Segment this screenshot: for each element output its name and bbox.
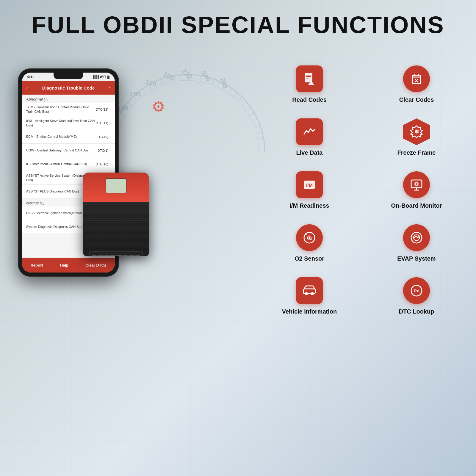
status-time: 9:41 bbox=[27, 75, 34, 79]
svg-rect-50 bbox=[412, 75, 421, 84]
function-item-on-board-monitor[interactable]: On-Board Monitor bbox=[375, 171, 458, 209]
clear-codes-icon bbox=[403, 65, 430, 92]
function-item-live-data[interactable]: Live Data bbox=[268, 118, 351, 156]
dtc-row[interactable]: ECM - Engine Control Module(ME) DTC(9) › bbox=[22, 130, 115, 144]
function-item-dtc-lookup[interactable]: Px DTC Lookup bbox=[375, 277, 458, 315]
svg-line-10 bbox=[143, 88, 145, 91]
svg-text:220: 220 bbox=[181, 68, 194, 80]
o2-sensor-label: O2 Sensor bbox=[295, 255, 324, 262]
function-item-evap-system[interactable]: EVAP System bbox=[375, 224, 458, 262]
dtc-row-label: CGW - Central Gateway( Central CAN Bus) bbox=[26, 148, 98, 152]
svg-line-0 bbox=[168, 223, 172, 223]
dtc-badge: DTC(9) bbox=[98, 135, 108, 139]
dtc-arrow: › bbox=[109, 135, 111, 139]
battery-icon: ▓ bbox=[107, 75, 109, 79]
function-item-o2-sensor[interactable]: O₂ O2 Sensor bbox=[268, 224, 351, 262]
function-item-im-readiness[interactable]: I/M I/M Readiness bbox=[268, 171, 351, 209]
svg-point-71 bbox=[411, 232, 422, 243]
svg-text:I/M: I/M bbox=[306, 183, 313, 188]
obd-screen bbox=[106, 178, 126, 193]
svg-text:240: 240 bbox=[200, 70, 212, 83]
svg-point-64 bbox=[416, 183, 417, 185]
obd-connector-pins bbox=[90, 252, 142, 256]
obd-body bbox=[83, 173, 149, 256]
svg-line-18 bbox=[194, 75, 194, 78]
svg-line-5 bbox=[120, 113, 126, 116]
on-board-monitor-label: On-Board Monitor bbox=[391, 202, 442, 209]
dtc-row-label: ISM - Intelligent Servo Module(Drive Tra… bbox=[26, 119, 96, 127]
svg-line-21 bbox=[212, 79, 214, 85]
help-button[interactable]: Help bbox=[57, 261, 72, 270]
svg-point-70 bbox=[304, 235, 305, 236]
live-data-label: Live Data bbox=[296, 149, 323, 156]
pin-8 bbox=[135, 255, 140, 256]
svg-text:180: 180 bbox=[145, 78, 157, 88]
read-codes-label: Read Codes bbox=[292, 96, 327, 104]
functions-grid: Read Codes Clear Codes Live Data ❄ Freez… bbox=[268, 65, 458, 315]
dtc-badge: DTC(10) bbox=[96, 162, 108, 166]
dtc-lookup-label: DTC Lookup bbox=[399, 308, 434, 315]
clear-codes-label: Clear Codes bbox=[399, 96, 434, 104]
svg-text:160: 160 bbox=[130, 90, 141, 98]
forward-button[interactable]: › bbox=[109, 85, 111, 91]
pin-4 bbox=[110, 255, 115, 256]
o2-sensor-icon: O₂ bbox=[296, 224, 323, 251]
svg-text:260: 260 bbox=[219, 77, 229, 90]
freeze-frame-label: Freeze Frame bbox=[397, 149, 436, 156]
dtc-row[interactable]: ISM - Intelligent Servo Module(Drive Tra… bbox=[22, 116, 115, 130]
function-item-freeze-frame[interactable]: ❄ Freeze Frame bbox=[375, 118, 458, 156]
svg-line-7 bbox=[128, 102, 133, 106]
report-button[interactable]: Report bbox=[27, 261, 47, 270]
dtc-row[interactable]: CGW - Central Gateway( Central CAN Bus) … bbox=[22, 144, 115, 157]
svg-line-19 bbox=[200, 76, 201, 82]
freeze-frame-icon: ❄ bbox=[403, 118, 430, 145]
engine-light-icon: ⚙ bbox=[152, 98, 165, 115]
evap-system-label: EVAP System bbox=[397, 255, 436, 262]
phone-app-header: ‹ Diagnostic Trouble Code › bbox=[22, 81, 115, 95]
section-abnormal-label: Abnormal (7) bbox=[22, 95, 115, 103]
svg-line-30 bbox=[254, 119, 258, 120]
function-item-read-codes[interactable]: Read Codes bbox=[268, 65, 351, 104]
obd-connector bbox=[89, 251, 143, 256]
read-codes-icon bbox=[296, 65, 323, 92]
svg-rect-46 bbox=[306, 75, 311, 76]
pin-7 bbox=[129, 255, 134, 256]
svg-line-24 bbox=[230, 88, 232, 91]
function-item-clear-codes[interactable]: Clear Codes bbox=[375, 65, 458, 104]
function-item-vehicle-information[interactable]: Vehicle Information bbox=[268, 277, 351, 315]
on-board-monitor-icon bbox=[403, 171, 430, 198]
svg-rect-47 bbox=[306, 76, 311, 77]
evap-system-icon bbox=[403, 224, 430, 251]
dtc-arrow: › bbox=[109, 148, 111, 153]
im-readiness-icon: I/M bbox=[296, 171, 323, 198]
svg-line-25 bbox=[233, 93, 237, 97]
svg-line-16 bbox=[181, 75, 181, 78]
svg-text:Px: Px bbox=[414, 289, 419, 293]
dtc-row[interactable]: IC - Instrument Cluster( Central CAN Bus… bbox=[22, 157, 115, 171]
svg-point-74 bbox=[305, 292, 308, 295]
dtc-lookup-icon: Px bbox=[403, 277, 430, 304]
vehicle-information-icon bbox=[296, 277, 323, 304]
pin-6 bbox=[123, 255, 128, 256]
svg-line-32 bbox=[259, 132, 262, 133]
page-title: FULL OBDII SPECIAL FUNCTIONS bbox=[0, 11, 476, 39]
svg-point-75 bbox=[311, 292, 314, 295]
pin-3 bbox=[104, 255, 109, 256]
pin-2 bbox=[98, 255, 103, 256]
phone-notch bbox=[54, 73, 83, 79]
pin-1 bbox=[92, 255, 97, 256]
dtc-row[interactable]: TCM - Transmissioon Control Module(Drive… bbox=[22, 103, 115, 116]
obd-device bbox=[74, 173, 158, 286]
screen-title: Diagnostic Trouble Code bbox=[42, 85, 95, 90]
svg-point-69 bbox=[306, 232, 308, 234]
svg-point-68 bbox=[305, 233, 307, 235]
dtc-badge: DTC(12) bbox=[96, 108, 108, 111]
pin-5 bbox=[117, 255, 122, 256]
svg-text:❄: ❄ bbox=[414, 129, 419, 135]
back-button[interactable]: ‹ bbox=[26, 85, 28, 91]
dtc-badge: DTC(11) bbox=[96, 121, 108, 125]
dtc-badge: DTC(1) bbox=[98, 149, 108, 152]
dtc-arrow: › bbox=[109, 107, 111, 112]
svg-text:O₂: O₂ bbox=[307, 236, 312, 240]
svg-line-26 bbox=[239, 97, 242, 99]
